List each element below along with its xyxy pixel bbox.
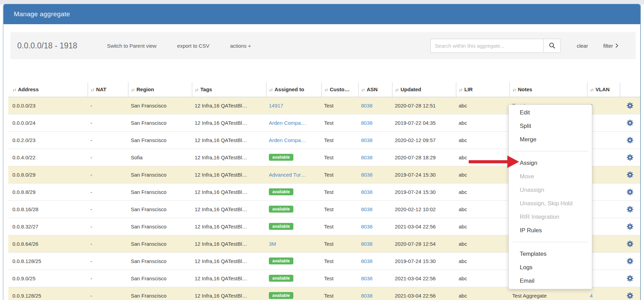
assigned-to-link[interactable]: 3M	[269, 241, 276, 247]
asn-link[interactable]: 8038	[361, 206, 372, 212]
row-actions-cell	[620, 131, 640, 149]
column-header-lir[interactable]: ↓↑LIR	[456, 82, 509, 97]
column-header-assigned-to[interactable]: ↓↑Assigned to	[266, 82, 321, 97]
menu-item-split[interactable]: Split	[509, 119, 592, 133]
column-header-notes[interactable]: ↓↑Notes	[509, 82, 587, 97]
column-header-label: Assigned to	[275, 86, 304, 92]
column-header-address[interactable]: ↓↑Address	[8, 82, 88, 97]
tags-cell: 12 Infra,16 QATestBl…	[192, 287, 266, 300]
sort-icon: ↓↑	[395, 87, 399, 92]
gear-icon[interactable]	[627, 275, 633, 282]
customer-value: Test	[324, 189, 334, 195]
gear-icon[interactable]	[627, 258, 633, 264]
asn-link[interactable]: 8038	[361, 154, 372, 160]
assigned-to-link[interactable]: Advanced Tur…	[269, 172, 306, 178]
region-cell: San Franscisco	[128, 252, 192, 270]
updated-value: 2020-02-12 10:02	[395, 206, 436, 212]
asn-link[interactable]: 8038	[361, 189, 372, 195]
nat-value: -	[90, 206, 92, 212]
customer-cell: Test	[321, 183, 358, 200]
gear-icon[interactable]	[627, 223, 633, 230]
vlan-cell: 4	[587, 287, 620, 300]
asn-link[interactable]: 8038	[361, 137, 372, 143]
gear-icon[interactable]	[627, 154, 633, 161]
asn-cell: 8038	[358, 218, 392, 235]
updated-value: 2020-07-28 12:54	[395, 241, 436, 247]
assigned-to-cell: available	[266, 270, 321, 287]
tags-cell: 12 Infra,16 QATestBl…	[192, 114, 266, 131]
gear-icon[interactable]	[627, 241, 633, 247]
filter-link[interactable]: filter	[603, 43, 618, 49]
menu-item-templates[interactable]: Templates	[509, 247, 592, 261]
menu-item-email[interactable]: Email	[509, 274, 592, 288]
customer-cell: Test	[321, 97, 358, 114]
gear-icon[interactable]	[627, 102, 633, 109]
gear-icon[interactable]	[627, 189, 633, 195]
asn-link[interactable]: 8038	[361, 224, 372, 229]
nat-cell: -	[88, 218, 128, 235]
column-header-vlan[interactable]: ↓↑VLAN	[587, 82, 620, 97]
asn-link[interactable]: 8038	[361, 103, 372, 109]
vlan-link[interactable]: 4	[590, 293, 593, 299]
asn-link[interactable]: 8038	[361, 120, 372, 126]
gear-icon[interactable]	[627, 206, 633, 213]
customer-cell: Test	[321, 252, 358, 270]
gear-icon[interactable]	[627, 171, 633, 178]
gear-icon[interactable]	[627, 120, 633, 126]
column-header-asn[interactable]: ↓↑ASN	[358, 82, 392, 97]
address-value: 0.0.9.128/25	[12, 293, 41, 299]
lir-value: abc	[459, 172, 467, 178]
lir-value: abc	[459, 189, 467, 195]
column-header-custo[interactable]: ↓↑Custo…	[321, 82, 358, 97]
status-badge: available	[269, 188, 293, 195]
clear-link[interactable]: clear	[577, 43, 588, 49]
actions-menu-link[interactable]: actions +	[230, 43, 251, 49]
assigned-to-link[interactable]: 14917	[269, 103, 283, 109]
column-header-updated[interactable]: ↓↑Updated	[392, 82, 456, 97]
customer-cell: Test	[321, 166, 358, 183]
column-header-label: Notes	[518, 86, 533, 92]
column-header-region[interactable]: ↓↑Region	[128, 82, 192, 97]
assigned-to-link[interactable]: Arden Compa…	[269, 120, 306, 126]
menu-item-unassign-skip-hold: Unassign, Skip Hold	[509, 197, 592, 210]
nat-cell: -	[88, 287, 128, 300]
column-header-nat[interactable]: ↓↑NAT	[88, 82, 128, 97]
menu-item-assign[interactable]: Assign	[509, 156, 592, 170]
asn-link[interactable]: 8038	[361, 241, 372, 247]
lir-value: abc	[459, 241, 467, 247]
status-badge: available	[269, 257, 293, 264]
switch-parent-view-link[interactable]: Switch to Parent view	[107, 43, 156, 49]
column-header-label: Custo…	[330, 86, 350, 92]
export-csv-link[interactable]: export to CSV	[177, 43, 209, 49]
asn-cell: 8038	[358, 183, 392, 200]
asn-link[interactable]: 8038	[361, 172, 372, 178]
nat-value: -	[90, 103, 92, 109]
assigned-to-cell: available	[266, 252, 321, 270]
address-value: 0.0.8.64/26	[12, 241, 38, 247]
lir-cell: abc	[456, 183, 509, 200]
page-title: Manage aggregate	[14, 10, 70, 18]
menu-item-ip-rules[interactable]: IP Rules	[509, 224, 592, 237]
assigned-to-link[interactable]: Arden Compa…	[269, 137, 306, 143]
gear-icon[interactable]	[627, 137, 633, 143]
column-header-tags[interactable]: ↓↑Tags	[192, 82, 266, 97]
updated-cell: 2020-07-28 18:29	[392, 149, 456, 166]
menu-item-merge[interactable]: Merge	[509, 133, 592, 146]
sort-icon: ↓↑	[459, 87, 462, 92]
address-cell: 0.0.0.0/23	[8, 97, 88, 114]
menu-item-edit[interactable]: Edit	[509, 106, 592, 119]
search-input[interactable]	[430, 39, 543, 53]
asn-link[interactable]: 8038	[361, 293, 372, 299]
search-button[interactable]	[543, 39, 561, 53]
search-icon	[549, 42, 556, 49]
nat-cell: -	[88, 183, 128, 200]
nat-value: -	[90, 189, 92, 195]
gear-icon[interactable]	[627, 292, 633, 299]
menu-item-logs[interactable]: Logs	[509, 261, 592, 274]
menu-item-rir-integration: RIR Integration	[509, 210, 592, 224]
tags-value: 12 Infra,16 QATestBl…	[195, 172, 247, 178]
row-actions-cell	[620, 166, 640, 183]
asn-link[interactable]: 8038	[361, 275, 372, 281]
asn-link[interactable]: 8038	[361, 258, 372, 264]
customer-value: Test	[324, 103, 334, 109]
